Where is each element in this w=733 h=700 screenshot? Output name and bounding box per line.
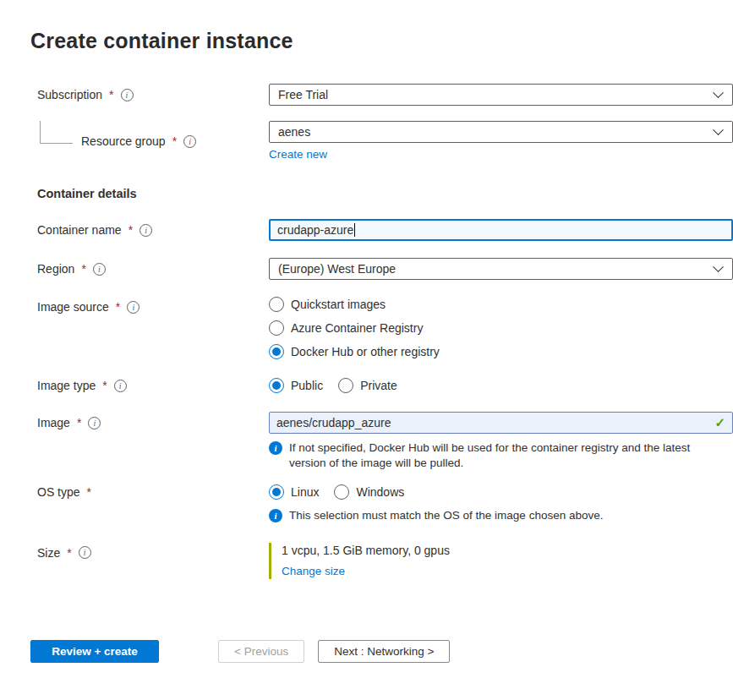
subscription-dropdown[interactable]: Free Trial	[269, 84, 733, 106]
text-cursor	[354, 223, 355, 237]
required-asterisk: *	[81, 262, 85, 276]
image-source-row: Image source * i Quickstart images Azure…	[30, 297, 733, 359]
radio-quickstart-images[interactable]: Quickstart images	[269, 297, 733, 312]
resource-group-control: aenes Create new	[269, 121, 733, 161]
image-source-label: Image source	[37, 300, 109, 314]
radio-unselected-icon	[338, 378, 353, 393]
page-title: Create container instance	[30, 29, 733, 53]
size-row: Size * i 1 vcpu, 1.5 GiB memory, 0 gpus …	[30, 543, 733, 579]
info-filled-icon: i	[269, 509, 282, 522]
resource-group-label: Resource group	[81, 134, 166, 148]
image-note: i If not specified, Docker Hub will be u…	[269, 440, 712, 471]
info-icon[interactable]: i	[79, 546, 91, 559]
image-source-label-cell: Image source * i	[30, 297, 269, 314]
os-note-text: This selection must match the OS of the …	[289, 508, 603, 523]
region-value: (Europe) West Europe	[278, 262, 396, 276]
container-name-label-cell: Container name * i	[30, 223, 269, 237]
required-asterisk: *	[77, 416, 81, 429]
create-new-link[interactable]: Create new	[269, 148, 327, 161]
required-asterisk: *	[116, 300, 120, 314]
radio-docker-hub-or-other-registry[interactable]: Docker Hub or other registry	[269, 344, 733, 359]
subscription-value: Free Trial	[278, 88, 328, 101]
radio-label: Public	[291, 379, 323, 392]
radio-label: Private	[360, 379, 397, 392]
os-type-radio-group: Linux Windows	[269, 484, 733, 500]
container-name-row: Container name * i crudapp-azure	[30, 219, 733, 241]
required-asterisk: *	[172, 134, 177, 148]
radio-windows[interactable]: Windows	[334, 484, 404, 500]
size-summary: 1 vcpu, 1.5 GiB memory, 0 gpus Change si…	[269, 543, 733, 579]
radio-selected-icon	[269, 378, 284, 393]
check-mark-icon: ✓	[714, 415, 725, 430]
info-icon[interactable]: i	[127, 301, 139, 314]
resource-group-row: Resource group * i aenes Create new	[30, 121, 733, 161]
container-name-value: crudapp-azure	[277, 223, 353, 237]
size-label-cell: Size * i	[30, 543, 269, 560]
required-asterisk: *	[129, 223, 133, 237]
required-asterisk: *	[67, 546, 71, 560]
required-asterisk: *	[109, 88, 113, 101]
image-type-row: Image type * i Public Private	[30, 378, 733, 393]
create-container-instance-page: Create container instance Subscription *…	[0, 0, 733, 663]
region-label-cell: Region * i	[30, 262, 269, 276]
required-asterisk: *	[87, 485, 91, 499]
os-note: i This selection must match the OS of th…	[269, 508, 712, 523]
image-type-radio-group: Public Private	[269, 378, 733, 393]
info-icon[interactable]: i	[139, 224, 152, 237]
radio-public[interactable]: Public	[269, 378, 323, 393]
size-label: Size	[37, 546, 60, 560]
chevron-down-icon	[713, 87, 724, 98]
review-create-button[interactable]: Review + create	[30, 640, 159, 663]
radio-unselected-icon	[269, 297, 284, 312]
os-type-label-cell: OS type *	[30, 485, 269, 499]
info-icon[interactable]: i	[93, 263, 106, 276]
info-icon[interactable]: i	[183, 135, 196, 148]
info-filled-icon: i	[269, 441, 282, 455]
image-label-cell: Image * i	[30, 416, 269, 429]
radio-label: Quickstart images	[291, 298, 386, 311]
info-icon[interactable]: i	[88, 417, 101, 429]
os-note-row: i This selection must match the OS of th…	[30, 508, 733, 523]
radio-label: Windows	[356, 485, 404, 499]
os-type-label: OS type	[37, 485, 80, 499]
os-type-row: OS type * Linux Windows	[30, 484, 733, 500]
container-name-label: Container name	[37, 223, 122, 237]
image-note-row: i If not specified, Docker Hub will be u…	[30, 440, 733, 471]
radio-label: Linux	[291, 485, 319, 499]
next-networking-button[interactable]: Next : Networking >	[318, 640, 450, 663]
subscription-label-cell: Subscription * i	[30, 88, 269, 101]
resource-group-connector	[40, 121, 73, 144]
resource-group-label-cell: Resource group * i	[30, 134, 269, 148]
image-type-label: Image type	[37, 379, 96, 392]
radio-label: Docker Hub or other registry	[291, 345, 440, 358]
image-label: Image	[37, 416, 70, 429]
container-name-input[interactable]: crudapp-azure	[269, 219, 733, 241]
subscription-label: Subscription	[37, 88, 102, 101]
radio-private[interactable]: Private	[338, 378, 397, 393]
image-source-radio-group: Quickstart images Azure Container Regist…	[269, 297, 733, 359]
subscription-row: Subscription * i Free Trial	[30, 84, 733, 106]
radio-label: Azure Container Registry	[291, 321, 423, 335]
previous-button[interactable]: < Previous	[218, 640, 304, 663]
footer-actions: Review + create < Previous Next : Networ…	[30, 640, 733, 663]
image-row: Image * i aenes/crudapp_azure ✓	[30, 412, 733, 434]
change-size-link[interactable]: Change size	[282, 565, 345, 577]
radio-azure-container-registry[interactable]: Azure Container Registry	[269, 320, 733, 336]
region-dropdown[interactable]: (Europe) West Europe	[269, 258, 733, 280]
image-type-label-cell: Image type * i	[30, 379, 269, 392]
radio-selected-icon	[269, 484, 284, 500]
region-row: Region * i (Europe) West Europe	[30, 258, 733, 280]
info-icon[interactable]: i	[121, 89, 134, 101]
image-input[interactable]: aenes/crudapp_azure ✓	[269, 412, 733, 434]
radio-linux[interactable]: Linux	[269, 484, 319, 500]
resource-group-value: aenes	[278, 125, 310, 139]
chevron-down-icon	[713, 124, 724, 135]
radio-selected-icon	[269, 344, 284, 359]
image-note-text: If not specified, Docker Hub will be use…	[289, 440, 712, 471]
radio-unselected-icon	[269, 320, 284, 336]
resource-group-dropdown[interactable]: aenes	[269, 121, 733, 143]
chevron-down-icon	[713, 261, 724, 272]
size-value: 1 vcpu, 1.5 GiB memory, 0 gpus	[282, 544, 733, 557]
container-details-header: Container details	[30, 187, 733, 200]
info-icon[interactable]: i	[114, 380, 127, 392]
